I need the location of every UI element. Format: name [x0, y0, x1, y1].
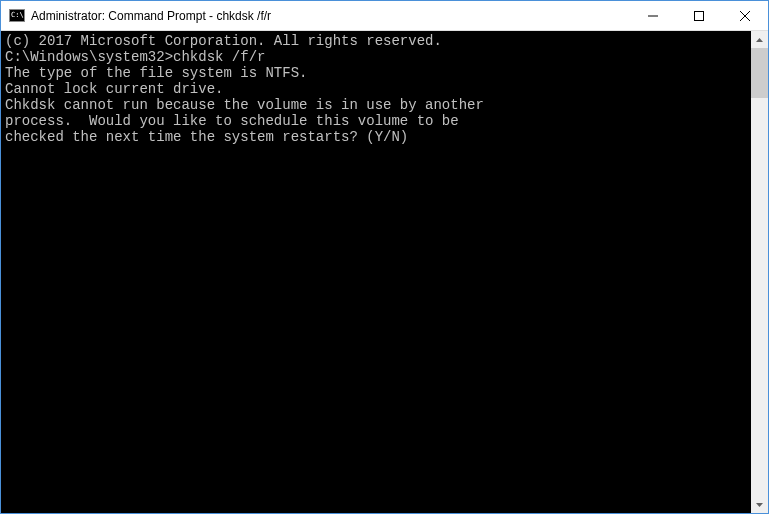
window-frame: C:\ Administrator: Command Prompt - chkd… [0, 0, 769, 514]
scroll-up-button[interactable] [751, 31, 768, 48]
close-button[interactable] [722, 1, 768, 30]
scrollbar-track[interactable] [751, 48, 768, 496]
minimize-button[interactable] [630, 1, 676, 30]
cmd-icon: C:\ [9, 8, 25, 24]
terminal-line: C:\Windows\system32>chkdsk /f/r [5, 49, 747, 65]
scroll-down-button[interactable] [751, 496, 768, 513]
svg-marker-7 [756, 503, 763, 507]
terminal-line: The type of the file system is NTFS. [5, 65, 747, 81]
client-area: (c) 2017 Microsoft Corporation. All righ… [1, 31, 768, 513]
maximize-button[interactable] [676, 1, 722, 30]
terminal-line: process. Would you like to schedule this… [5, 113, 747, 129]
vertical-scrollbar[interactable] [751, 31, 768, 513]
scrollbar-thumb[interactable] [751, 48, 768, 98]
terminal-line: (c) 2017 Microsoft Corporation. All righ… [5, 33, 747, 49]
window-controls [630, 1, 768, 30]
terminal-output[interactable]: (c) 2017 Microsoft Corporation. All righ… [1, 31, 751, 513]
svg-text:C:\: C:\ [11, 11, 24, 19]
terminal-line: Chkdsk cannot run because the volume is … [5, 97, 747, 113]
titlebar[interactable]: C:\ Administrator: Command Prompt - chkd… [1, 1, 768, 31]
terminal-line: checked the next time the system restart… [5, 129, 747, 145]
window-title: Administrator: Command Prompt - chkdsk /… [31, 9, 271, 23]
svg-rect-3 [695, 11, 704, 20]
svg-marker-6 [756, 38, 763, 42]
terminal-line: Cannot lock current drive. [5, 81, 747, 97]
